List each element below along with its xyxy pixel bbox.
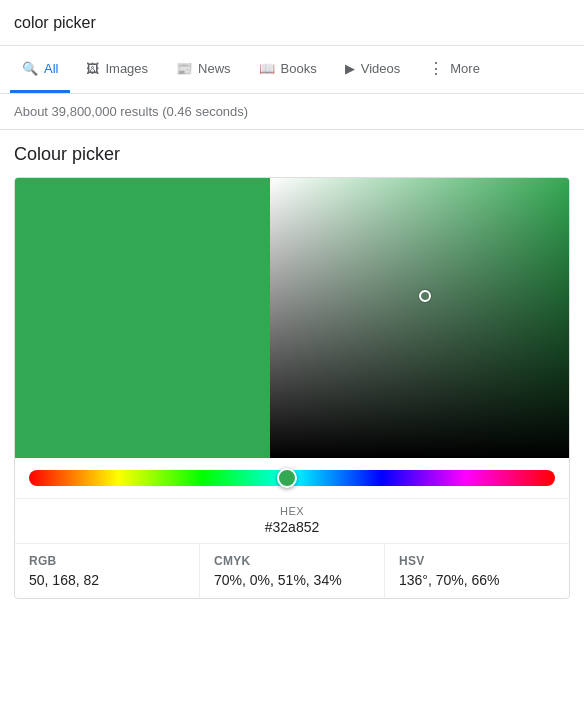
hsv-value: 136°, 70%, 66% [399, 572, 555, 588]
hsv-label: HSV [399, 554, 555, 568]
hex-display-row: HEX #32a852 [15, 498, 569, 543]
hue-slider-thumb[interactable] [277, 468, 297, 488]
books-icon: 📖 [259, 61, 275, 76]
rgb-label: RGB [29, 554, 185, 568]
color-picker-widget: HEX #32a852 RGB 50, 168, 82 CMYK 70%, 0%… [14, 177, 570, 599]
tab-videos-label: Videos [361, 61, 401, 76]
videos-icon: ▶ [345, 61, 355, 76]
hue-slider-track[interactable] [29, 470, 555, 486]
search-bar: color picker [0, 0, 584, 46]
colour-picker-section: Colour picker HEX #32a852 RGB 50, 168, 8… [0, 130, 584, 599]
tab-images[interactable]: 🖼 Images [74, 46, 160, 93]
news-icon: 📰 [176, 61, 192, 76]
cmyk-group: CMYK 70%, 0%, 51%, 34% [200, 544, 385, 598]
tab-more[interactable]: ⋮ More [416, 46, 492, 93]
results-count: About 39,800,000 results (0.46 seconds) [0, 94, 584, 130]
tab-all-label: All [44, 61, 58, 76]
colour-picker-title: Colour picker [14, 144, 570, 165]
tab-books[interactable]: 📖 Books [247, 46, 329, 93]
tab-images-label: Images [105, 61, 148, 76]
tab-more-label: More [450, 61, 480, 76]
gradient-cursor[interactable] [419, 290, 431, 302]
tab-books-label: Books [281, 61, 317, 76]
cmyk-label: CMYK [214, 554, 370, 568]
color-values-section: RGB 50, 168, 82 CMYK 70%, 0%, 51%, 34% H… [15, 543, 569, 598]
search-query[interactable]: color picker [14, 14, 570, 32]
more-icon: ⋮ [428, 59, 444, 78]
hsv-group: HSV 136°, 70%, 66% [385, 544, 569, 598]
tab-videos[interactable]: ▶ Videos [333, 46, 413, 93]
solid-color-panel [15, 178, 270, 458]
nav-tabs: 🔍 All 🖼 Images 📰 News 📖 Books ▶ Videos ⋮… [0, 46, 584, 94]
rgb-value: 50, 168, 82 [29, 572, 185, 588]
color-gradient-area[interactable] [15, 178, 569, 458]
images-icon: 🖼 [86, 61, 99, 76]
rgb-group: RGB 50, 168, 82 [15, 544, 200, 598]
all-icon: 🔍 [22, 61, 38, 76]
hue-slider-container [15, 458, 569, 498]
tab-all[interactable]: 🔍 All [10, 46, 70, 93]
hex-label: HEX [280, 505, 304, 517]
gradient-panel[interactable] [270, 178, 569, 458]
cmyk-value: 70%, 0%, 51%, 34% [214, 572, 370, 588]
tab-news[interactable]: 📰 News [164, 46, 243, 93]
hex-value[interactable]: #32a852 [265, 519, 320, 535]
tab-news-label: News [198, 61, 231, 76]
